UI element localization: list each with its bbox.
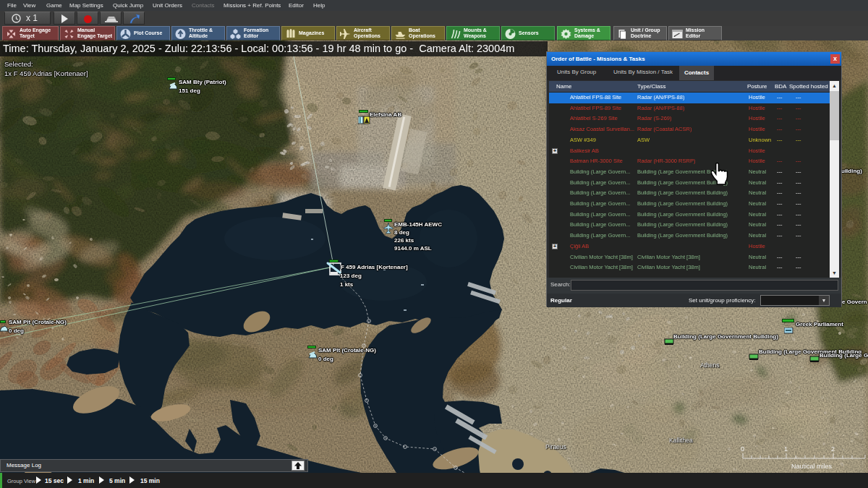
svg-text:1: 1 — [784, 445, 788, 453]
svg-text:Nautical miles: Nautical miles — [791, 463, 833, 470]
svg-text:0: 0 — [741, 445, 744, 453]
svg-text:2: 2 — [831, 445, 835, 453]
